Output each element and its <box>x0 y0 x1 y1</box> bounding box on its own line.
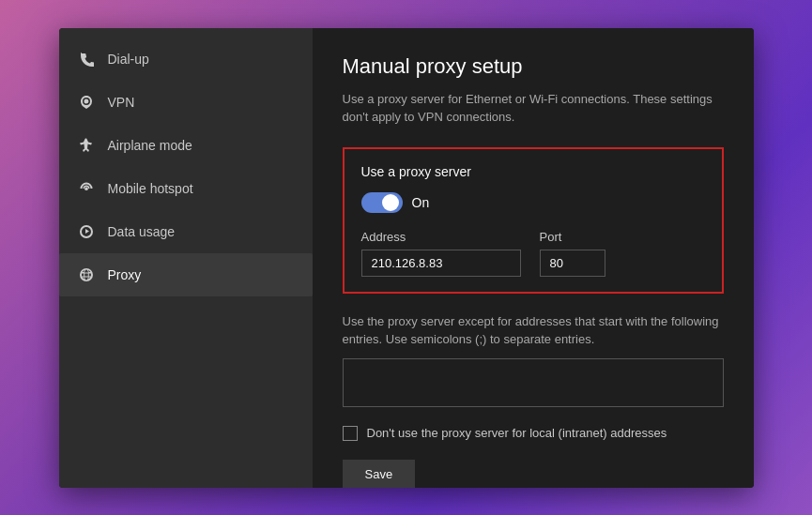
page-title: Manual proxy setup <box>343 54 724 79</box>
sidebar-item-proxy[interactable]: Proxy <box>59 253 313 296</box>
port-label: Port <box>540 230 605 244</box>
settings-window: Dial-up VPN Airplane mode <box>59 28 754 488</box>
sidebar-item-vpn[interactable]: VPN <box>59 81 313 124</box>
port-input[interactable] <box>540 250 605 277</box>
address-port-row: Address Port <box>361 230 705 277</box>
exceptions-description: Use the proxy server except for addresse… <box>343 312 724 349</box>
toggle-label: On <box>412 195 430 210</box>
address-input[interactable] <box>361 250 521 277</box>
sidebar-label-proxy: Proxy <box>108 267 142 282</box>
hotspot-icon <box>78 180 95 197</box>
toggle-row: On <box>361 192 705 213</box>
sidebar-label-dial-up: Dial-up <box>108 52 149 67</box>
sidebar-item-dial-up[interactable]: Dial-up <box>59 38 313 81</box>
data-usage-icon <box>78 223 95 240</box>
port-field-group: Port <box>540 230 605 277</box>
local-intranet-checkbox[interactable] <box>343 426 358 441</box>
proxy-box-title: Use a proxy server <box>361 164 705 179</box>
sidebar-item-airplane[interactable]: Airplane mode <box>59 124 313 167</box>
sidebar-label-data-usage: Data usage <box>108 224 176 239</box>
globe-icon <box>78 266 95 283</box>
sidebar: Dial-up VPN Airplane mode <box>59 28 313 488</box>
address-label: Address <box>361 230 521 244</box>
sidebar-label-airplane: Airplane mode <box>108 138 192 153</box>
proxy-toggle[interactable] <box>361 192 403 213</box>
main-content: Manual proxy setup Use a proxy server fo… <box>313 28 754 488</box>
address-field-group: Address <box>361 230 521 277</box>
local-intranet-label: Don't use the proxy server for local (in… <box>367 426 667 440</box>
vpn-icon <box>78 94 95 111</box>
local-intranet-row: Don't use the proxy server for local (in… <box>343 426 724 441</box>
airplane-icon <box>78 137 95 154</box>
phone-icon <box>78 51 95 68</box>
sidebar-item-hotspot[interactable]: Mobile hotspot <box>59 167 313 210</box>
sidebar-item-data-usage[interactable]: Data usage <box>59 210 313 253</box>
save-button[interactable]: Save <box>343 460 416 488</box>
page-description: Use a proxy server for Ethernet or Wi-Fi… <box>343 90 724 127</box>
sidebar-label-hotspot: Mobile hotspot <box>108 181 193 196</box>
proxy-server-box: Use a proxy server On Address Port <box>343 147 724 294</box>
sidebar-label-vpn: VPN <box>108 95 135 110</box>
exceptions-input[interactable] <box>343 358 724 407</box>
